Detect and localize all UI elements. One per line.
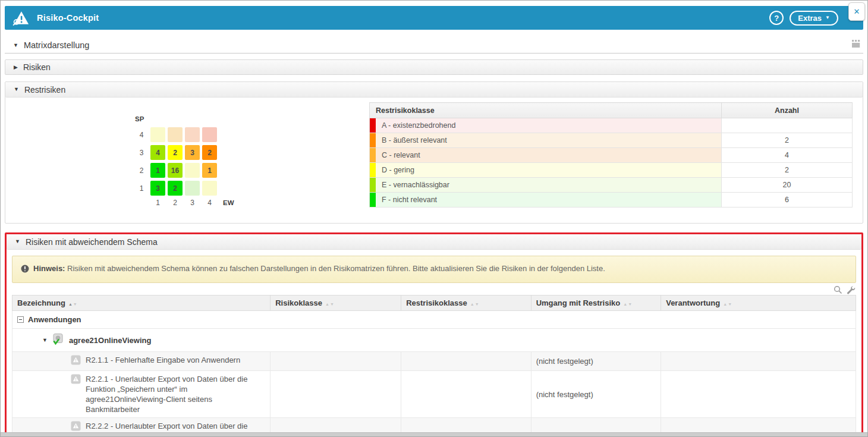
matrix-row: 132: [135, 181, 369, 196]
sort-icons: ▲▼: [470, 302, 480, 306]
matrix-cell[interactable]: 2: [202, 145, 217, 160]
sort-asc-icon: ▲: [325, 302, 330, 306]
section-risiken-label: Risiken: [23, 62, 51, 72]
matrix-x-tick: 3: [185, 199, 200, 207]
column-header-umgang-mit-restrisiko[interactable]: Umgang mit Restrisiko▲▼: [531, 295, 661, 311]
restrisiko-row: E - vernachlässigbar20: [370, 178, 853, 193]
hint-banner: Hinweis: Risiken mit abweichendem Schema…: [12, 256, 856, 283]
group-cell-content: Anwendungen: [17, 314, 851, 325]
section-risiken[interactable]: ▶ Risiken: [5, 59, 863, 75]
class-label: A - existenzbedrohend: [382, 121, 455, 130]
matrix-cell[interactable]: 16: [168, 163, 183, 178]
class-color-strip: [370, 178, 376, 192]
risk-row[interactable]: R2.1.1 - Fehlerhafte Eingabe von Anwende…: [12, 352, 856, 371]
column-header-label: Restrisikoklasse: [406, 298, 467, 307]
hint-label: Hinweis:: [33, 264, 65, 273]
class-count: 6: [722, 193, 853, 208]
group-cell: Anwendungen: [12, 311, 856, 329]
class-label: C - relevant: [382, 151, 420, 159]
class-color-strip: [370, 133, 376, 147]
group-row[interactable]: Anwendungen: [12, 311, 856, 329]
extras-button[interactable]: Extras ▼: [790, 11, 838, 26]
matrix-cell: [202, 181, 217, 196]
restrisiko-table-header-klasse: Restrisikoklasse: [370, 103, 722, 118]
collapse-minus-icon[interactable]: [17, 316, 24, 323]
section-schema-label: Risiken mit abweichendem Schema: [26, 237, 158, 247]
matrix-x-tick: 4: [202, 199, 217, 207]
risk-cockpit-logo-icon: [12, 10, 30, 26]
sort-asc-icon: ▲: [623, 302, 628, 306]
section-schema[interactable]: ▼ Risiken mit abweichendem Schema: [7, 234, 861, 250]
matrix-cell[interactable]: 3: [185, 145, 200, 160]
matrix-cell[interactable]: 4: [150, 145, 165, 160]
column-header-label: Risikoklasse: [275, 298, 322, 307]
sort-desc-icon: ▼: [475, 302, 480, 306]
sort-desc-icon: ▼: [73, 302, 78, 306]
panel-layout-icon[interactable]: [850, 38, 862, 51]
matrix-cell[interactable]: 1: [202, 163, 217, 178]
bezeichnung-content: R2.2.1 - Unerlaubter Export von Daten üb…: [17, 374, 265, 414]
matrix-cell[interactable]: 1: [150, 163, 165, 178]
sort-desc-icon: ▼: [628, 302, 633, 306]
restrisikoklasse-cell: [401, 371, 532, 418]
matrix-row: 21161: [135, 163, 369, 178]
subgroup-cell: ▼agree21OnlineViewing: [12, 329, 856, 352]
sort-asc-icon: ▲: [723, 302, 728, 306]
matrix-cell: [185, 163, 200, 178]
bezeichnung-cell: R2.2.1 - Unerlaubter Export von Daten üb…: [12, 371, 271, 418]
class-count: 2: [722, 163, 853, 178]
group-label: Anwendungen: [28, 315, 81, 324]
sort-icons: ▲▼: [623, 302, 633, 306]
matrix-cell[interactable]: 2: [168, 181, 183, 196]
window-bottom-edge: [1, 432, 867, 436]
search-icon[interactable]: [834, 285, 842, 294]
section-restrisiken[interactable]: ▼ Restrisiken: [5, 82, 863, 98]
column-header-restrisikoklasse[interactable]: Restrisikoklasse▲▼: [401, 295, 532, 311]
column-header-label: Bezeichnung: [17, 298, 65, 307]
subgroup-label: agree21OnlineViewing: [69, 336, 151, 345]
risk-list-table: Bezeichnung▲▼Risikoklasse▲▼Restrisikokla…: [12, 295, 856, 437]
verantwortung-cell: [661, 352, 856, 371]
risk-row[interactable]: R2.2.1 - Unerlaubter Export von Daten üb…: [12, 371, 856, 418]
restrisiko-row: F - nicht relevant6: [370, 193, 853, 208]
column-header-verantwortung[interactable]: Verantwortung▲▼: [661, 295, 856, 311]
subgroup-row[interactable]: ▼agree21OnlineViewing: [12, 329, 856, 352]
caret-down-icon: ▼: [15, 239, 20, 244]
class-count: [722, 118, 853, 133]
restrisiko-class-cell: F - nicht relevant: [370, 193, 722, 208]
matrix-cell: [185, 181, 200, 196]
matrix-row: 4: [135, 127, 369, 142]
column-header-label: Verantwortung: [666, 298, 720, 307]
risk-title: R2.1.1 - Fehlerhafte Eingabe von Anwende…: [86, 355, 240, 365]
caret-down-icon[interactable]: ▼: [42, 338, 48, 343]
restrisikoklasse-cell: [401, 352, 532, 371]
extras-label: Extras: [798, 14, 822, 23]
column-header-risikoklasse[interactable]: Risikoklasse▲▼: [271, 295, 401, 311]
column-header-label: Umgang mit Restrisiko: [536, 298, 621, 307]
restrisiko-class-cell: B - äußerst relevant: [370, 133, 722, 148]
help-button[interactable]: ?: [769, 11, 784, 25]
matrix-cell[interactable]: 2: [168, 145, 183, 160]
matrix-cell: [168, 127, 183, 142]
titlebar: Risiko-Cockpit ? Extras ▼: [5, 6, 863, 30]
sort-icons: ▲▼: [325, 302, 335, 306]
section-matrixdarstellung-label: Matrixdarstellung: [24, 40, 89, 50]
matrix-y-tick: 2: [135, 166, 148, 175]
section-matrixdarstellung[interactable]: ▼ Matrixdarstellung: [5, 37, 863, 54]
matrix-cell[interactable]: 3: [150, 181, 165, 196]
restrisiko-class-cell: C - relevant: [370, 148, 722, 163]
highlighted-section: ▼ Risiken mit abweichendem Schema Hinwei…: [5, 232, 863, 437]
risk-warning-icon: [71, 421, 81, 433]
matrix-cell: [202, 127, 217, 142]
class-color-strip: [370, 193, 376, 207]
risikoklasse-cell: [271, 371, 401, 418]
class-label: B - äußerst relevant: [382, 136, 447, 144]
application-check-icon: [52, 334, 64, 347]
restrisiko-row: D - gering2: [370, 163, 853, 178]
class-count: 4: [722, 148, 853, 163]
sort-asc-icon: ▲: [68, 302, 73, 306]
close-window-button[interactable]: ✕: [848, 2, 865, 21]
class-count: 2: [722, 133, 853, 148]
column-header-bezeichnung[interactable]: Bezeichnung▲▼: [12, 295, 271, 311]
wrench-icon[interactable]: [847, 285, 856, 294]
